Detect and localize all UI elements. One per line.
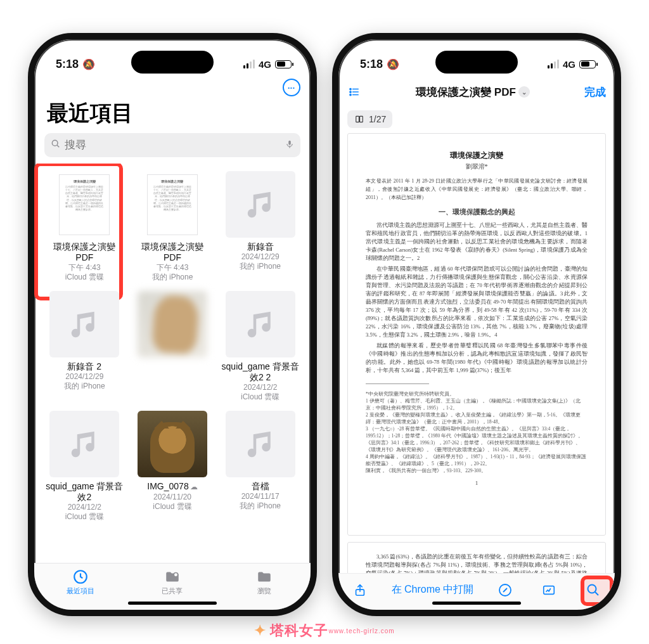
file-item[interactable]: 新錄音 2 2024/12/29 我的 iPhone bbox=[43, 290, 126, 403]
doc-section-heading: 一、環境保護觀念的興起 bbox=[366, 208, 588, 216]
svg-point-9 bbox=[350, 88, 351, 89]
more-actions-button[interactable]: ••• bbox=[283, 79, 300, 96]
doc-paragraph: 在中華民國臺灣地區，經過 60 年代環保問題或可以公開討論的社會問題，臺灣的知識… bbox=[366, 265, 588, 339]
cloud-download-icon: ☁︎ bbox=[190, 482, 198, 491]
pages-icon bbox=[354, 115, 365, 124]
folder-shared-icon bbox=[164, 569, 181, 585]
svg-rect-2 bbox=[288, 141, 291, 145]
doc-intro: 本文發表於 2011 年 1 月 28-29 日於國立政治大學舉行之「中華民國發… bbox=[366, 177, 588, 202]
watermark-brand: 塔科女子 bbox=[270, 621, 328, 640]
file-loc: 我的 iPhone bbox=[134, 273, 212, 282]
file-loc: iCloud 雲碟 bbox=[46, 512, 124, 522]
file-item[interactable]: squid_game 背景音效2 2024/12/2 iCloud 雲碟 bbox=[43, 409, 126, 523]
file-thumb-image-icon bbox=[138, 411, 207, 477]
file-name bbox=[134, 361, 212, 372]
home-indicator[interactable] bbox=[128, 602, 217, 605]
chevron-down-icon[interactable]: ⌄ bbox=[518, 86, 530, 98]
file-thumb-music-icon bbox=[226, 291, 295, 357]
network-label: 4G bbox=[563, 59, 575, 70]
file-thumb-music-icon bbox=[49, 291, 119, 357]
search-icon bbox=[51, 139, 61, 151]
pdf-nav-bar: 環境保護之演變 PDF ⌄ 完成 bbox=[338, 77, 615, 106]
doc-footnotes: *中央研究院臺灣史研究所特聘研究員。 1 伊懋可（著）、梅雪芹、毛利霞、王玉山（… bbox=[366, 390, 588, 474]
file-item[interactable] bbox=[131, 290, 214, 403]
tab-shared[interactable]: 已共享 bbox=[134, 569, 210, 596]
page-number: 1 bbox=[366, 479, 588, 487]
svg-point-0 bbox=[52, 140, 58, 146]
file-meta: 2024/11/17 bbox=[221, 492, 299, 501]
home-indicator[interactable] bbox=[432, 602, 521, 605]
svg-point-5 bbox=[174, 573, 178, 577]
file-name: IMG_0078☁︎ bbox=[134, 481, 212, 493]
file-item[interactable]: 環境保護之演變當代環境主義的思想淵源可上溯至十七、八世紀一些西歐人，尤其是自然主… bbox=[131, 170, 214, 283]
network-label: 4G bbox=[259, 59, 271, 70]
doc-paragraph: 就媒體的報導來看，歷史學者曾華璧釋以民國 68 年臺灣發生多氯聯苯中毒事件後《中… bbox=[366, 342, 588, 375]
file-item[interactable]: squid_game 背景音效2 2 2024/12/2 iCloud 雲碟 bbox=[219, 290, 302, 403]
file-name: squid_game 背景音效2 bbox=[46, 481, 124, 503]
file-name: squid_game 背景音效2 2 bbox=[221, 361, 299, 383]
status-time: 5:18 bbox=[56, 58, 79, 71]
mute-icon: 🔕 bbox=[387, 58, 399, 70]
folder-icon bbox=[256, 569, 273, 585]
doc-paragraph: 當代環境主義的思想淵源可上溯至十七、八世紀一些西歐人，尤其是自然主義者、醫官和殖… bbox=[366, 221, 588, 262]
pdf-scroll-area[interactable]: 環境保護之演變 劉翠溶* 本文發表於 2011 年 1 月 28-29 日於國立… bbox=[338, 133, 615, 573]
phone-files-app: 5:18 🔕 4G ••• 最近項目 bbox=[28, 33, 317, 616]
markup-pen-button[interactable] bbox=[492, 577, 518, 603]
search-input[interactable] bbox=[65, 139, 285, 151]
svg-line-1 bbox=[57, 145, 59, 147]
sparkle-icon: ✦ bbox=[254, 622, 266, 639]
open-in-chrome-button[interactable]: 在 Chrome 中打開 bbox=[392, 583, 474, 596]
file-meta: 2024/12/2 bbox=[46, 503, 124, 512]
tab-recent[interactable]: 最近項目 bbox=[42, 569, 119, 596]
file-item[interactable]: 新錄音 2024/12/29 我的 iPhone bbox=[219, 170, 302, 283]
outline-button[interactable] bbox=[347, 86, 361, 98]
dynamic-island bbox=[131, 51, 214, 74]
share-button[interactable] bbox=[347, 577, 373, 603]
doc-author: 劉翠溶* bbox=[366, 162, 588, 171]
file-loc: 我的 iPhone bbox=[221, 262, 299, 271]
file-meta: 2024/12/29 bbox=[46, 372, 124, 382]
file-thumb-doc-icon: 環境保護之演變當代環境主義的思想淵源可上溯至十七、八世紀一些西歐人，尤其是自然主… bbox=[138, 171, 207, 238]
battery-icon bbox=[275, 60, 292, 68]
signal-icon bbox=[548, 60, 559, 68]
search-field[interactable] bbox=[44, 133, 300, 157]
clock-icon bbox=[72, 569, 89, 585]
doc-title: 環境保護之演變 PDF bbox=[416, 85, 516, 100]
file-item[interactable]: 音檔 2024/11/17 我的 iPhone bbox=[219, 409, 302, 523]
file-meta: 2024/12/29 bbox=[221, 252, 299, 262]
svg-line-18 bbox=[595, 592, 598, 595]
file-thumb-music-icon bbox=[226, 411, 295, 477]
svg-point-10 bbox=[350, 91, 351, 93]
file-loc: 我的 iPhone bbox=[46, 382, 124, 391]
svg-rect-12 bbox=[356, 116, 359, 122]
file-loc: iCloud 雲碟 bbox=[221, 392, 299, 402]
mute-icon: 🔕 bbox=[82, 58, 95, 70]
done-button[interactable]: 完成 bbox=[584, 85, 606, 100]
pdf-page-1: 環境保護之演變 劉翠溶* 本文發表於 2011 年 1 月 28-29 日於國立… bbox=[347, 133, 606, 536]
tab-label: 瀏覽 bbox=[257, 586, 271, 596]
annotate-button[interactable] bbox=[536, 577, 562, 603]
file-meta: 下午 4:43 bbox=[134, 263, 212, 273]
tab-label: 最近項目 bbox=[67, 586, 94, 596]
doc-heading: 環境保護之演變 bbox=[366, 151, 588, 160]
file-name: 音檔 bbox=[221, 481, 299, 492]
microphone-icon[interactable] bbox=[285, 138, 294, 152]
file-name: 新錄音 bbox=[221, 242, 299, 252]
file-name: 新錄音 2 bbox=[46, 361, 124, 372]
file-loc: 我的 iPhone bbox=[221, 501, 299, 511]
search-icon bbox=[586, 583, 601, 598]
marker-icon bbox=[498, 583, 513, 598]
search-in-pdf-button[interactable] bbox=[581, 577, 606, 603]
file-thumb-music-icon bbox=[226, 171, 295, 238]
tab-label: 已共享 bbox=[162, 586, 183, 596]
signal-icon bbox=[243, 60, 255, 68]
page-indicator-chip[interactable]: 1/27 bbox=[347, 110, 392, 128]
watermark: ✦ 塔科女子 www.tech-girlz.com bbox=[254, 621, 394, 640]
svg-point-17 bbox=[588, 584, 596, 593]
tab-browse[interactable]: 瀏覽 bbox=[226, 569, 302, 596]
file-item[interactable]: IMG_0078☁︎ 2024/11/20 iCloud 雲碟 bbox=[131, 409, 214, 523]
file-thumb-doc-icon: 環境保護之演變當代環境主義的思想淵源可上溯至十七、八世紀一些西歐人，尤其是自然主… bbox=[49, 171, 119, 238]
doc-paragraph: 3,365 篇(63%)，各議題的比重在前後五年有些變化，但持續性較高的議題有三… bbox=[366, 553, 588, 573]
file-name: 環境保護之演變 PDF bbox=[134, 242, 212, 263]
file-meta: 2024/12/2 bbox=[221, 383, 299, 392]
